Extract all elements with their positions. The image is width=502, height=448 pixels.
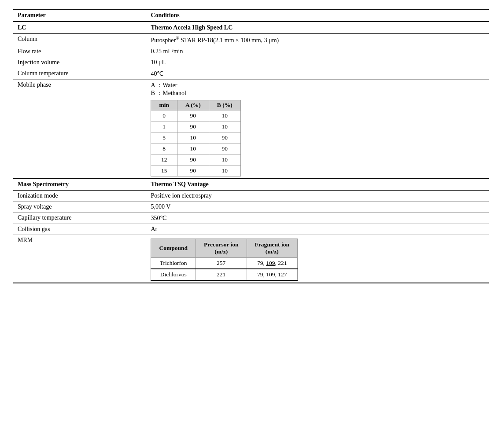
mobile-phase-cond: A ：Water B ：Methanol min A (%) B (%) 090… (146, 79, 489, 178)
column-param: Column (13, 34, 146, 46)
gradient-data-row: 129010 (151, 154, 240, 165)
gradient-cell: 8 (151, 143, 177, 154)
gradient-cell: 10 (209, 165, 240, 176)
ms-section-header: Mass Spectrometry Thermo TSQ Vantage (13, 178, 489, 190)
mrm-dichlorvos-precursor: 221 (196, 269, 247, 280)
mrm-dichlorvos-fragment: 79, 109, 127 (247, 269, 297, 280)
header-cond: Conditions (146, 9, 489, 22)
mrm-table: Compound Precursor ion(m/z) Fragment ion… (151, 239, 298, 281)
gradient-a-header: A (%) (177, 100, 209, 110)
capillary-temp-row: Capillary temperature 350℃ (13, 212, 489, 224)
main-table: Parameter Conditions LC Thermo Accela Hi… (13, 9, 489, 283)
gradient-data-row: 81090 (151, 143, 240, 154)
gradient-cell: 10 (177, 132, 209, 143)
flow-rate-row: Flow rate 0.25 mL/min (13, 46, 489, 57)
solvent-b: B ：Methanol (151, 89, 484, 97)
mrm-precursor-header: Precursor ion(m/z) (196, 239, 247, 257)
mrm-cond: Compound Precursor ion(m/z) Fragment ion… (146, 235, 489, 283)
header-param: Parameter (13, 9, 146, 22)
registered-sup: ® (176, 36, 179, 40)
gradient-min-header: min (151, 100, 177, 110)
injection-volume-row: Injection volume 10 μL (13, 57, 489, 68)
mrm-dichlorvos-row: Dichlorvos 221 79, 109, 127 (151, 269, 298, 280)
gradient-header-row: min A (%) B (%) (151, 100, 240, 110)
mrm-compound-header: Compound (151, 239, 196, 257)
mrm-header-row: Compound Precursor ion(m/z) Fragment ion… (151, 239, 298, 257)
gradient-cell: 5 (151, 132, 177, 143)
mobile-phase-param: Mobile phase (13, 79, 146, 178)
flow-rate-param: Flow rate (13, 46, 146, 57)
spray-voltage-param: Spray voltage (13, 201, 146, 212)
gradient-cell: 90 (177, 154, 209, 165)
mrm-trichlorfon-row: Trichlorfon 257 79, 109, 221 (151, 257, 298, 269)
ms-condition: Thermo TSQ Vantage (146, 178, 489, 190)
collision-gas-cond: Ar (146, 224, 489, 235)
gradient-data-row: 159010 (151, 165, 240, 176)
mrm-trichlorfon-precursor: 257 (196, 257, 247, 269)
gradient-cell: 1 (151, 121, 177, 132)
ionization-row: Ionization mode Positive ion electrospra… (13, 190, 489, 201)
gradient-cell: 10 (209, 154, 240, 165)
spray-voltage-row: Spray voltage 5,000 V (13, 201, 489, 212)
dichlorvos-fragment-underline: 109 (266, 271, 275, 278)
gradient-b-header: B (%) (209, 100, 240, 110)
gradient-cell: 90 (177, 165, 209, 176)
trichlorfon-fragment-underline: 109 (266, 260, 275, 266)
capillary-temp-cond: 350℃ (146, 212, 489, 224)
gradient-cell: 10 (209, 121, 240, 132)
injection-volume-cond: 10 μL (146, 57, 489, 68)
gradient-cell: 90 (209, 143, 240, 154)
lc-condition: Thermo Accela High Speed LC (146, 22, 489, 34)
column-temp-cond: 40℃ (146, 68, 489, 79)
mrm-trichlorfon-compound: Trichlorfon (151, 257, 196, 269)
collision-gas-row: Collision gas Ar (13, 224, 489, 235)
gradient-cell: 90 (177, 121, 209, 132)
gradient-cell: 90 (177, 110, 209, 121)
gradient-data-row: 51090 (151, 132, 240, 143)
mrm-trichlorfon-fragment: 79, 109, 221 (247, 257, 297, 269)
ionization-param: Ionization mode (13, 190, 146, 201)
lc-section-header: LC Thermo Accela High Speed LC (13, 22, 489, 34)
capillary-temp-param: Capillary temperature (13, 212, 146, 224)
flow-rate-cond: 0.25 mL/min (146, 46, 489, 57)
injection-volume-param: Injection volume (13, 57, 146, 68)
gradient-table: min A (%) B (%) 090101901051090810901290… (151, 100, 240, 176)
ionization-cond: Positive ion electrospray (146, 190, 489, 201)
lc-label: LC (13, 22, 146, 34)
gradient-cell: 12 (151, 154, 177, 165)
mobile-phase-row: Mobile phase A ：Water B ：Methanol min A … (13, 79, 489, 178)
column-temp-row: Column temperature 40℃ (13, 68, 489, 79)
gradient-cell: 15 (151, 165, 177, 176)
gradient-cell: 10 (177, 143, 209, 154)
gradient-cell: 0 (151, 110, 177, 121)
column-row: Column Purospher® STAR RP-18(2.1 mm × 10… (13, 34, 489, 46)
solvent-a: A ：Water (151, 81, 484, 89)
spray-voltage-cond: 5,000 V (146, 201, 489, 212)
collision-gas-param: Collision gas (13, 224, 146, 235)
gradient-data-row: 19010 (151, 121, 240, 132)
gradient-cell: 10 (209, 110, 240, 121)
ms-label: Mass Spectrometry (13, 178, 146, 190)
table-header-row: Parameter Conditions (13, 9, 489, 22)
mrm-row: MRM Compound Precursor ion(m/z) Fragment… (13, 235, 489, 283)
gradient-data-row: 09010 (151, 110, 240, 121)
column-temp-param: Column temperature (13, 68, 146, 79)
mrm-dichlorvos-compound: Dichlorvos (151, 269, 196, 280)
gradient-cell: 90 (209, 132, 240, 143)
mrm-param: MRM (13, 235, 146, 283)
column-cond: Purospher® STAR RP-18(2.1 mm × 100 mm, 3… (146, 34, 489, 46)
mrm-fragment-header: Fragment ion(m/z) (247, 239, 297, 257)
